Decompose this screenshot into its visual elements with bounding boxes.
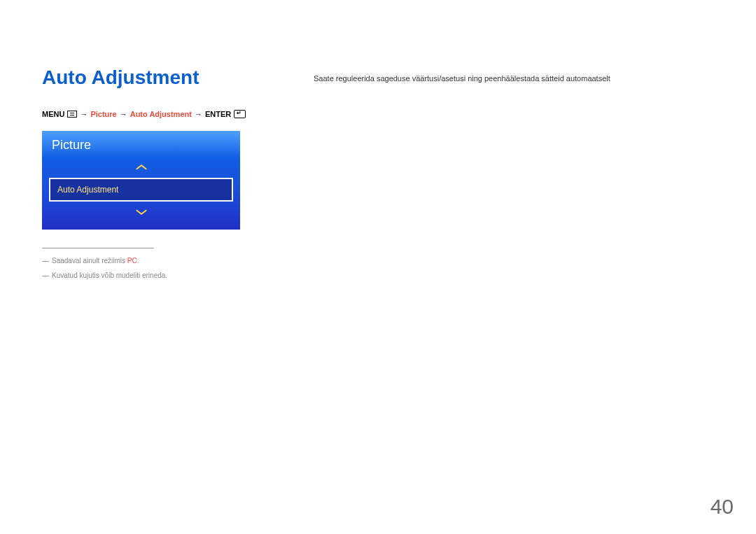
menu-label: MENU [42, 110, 64, 118]
chevron-up-icon [42, 158, 240, 176]
arrow-icon: → [120, 110, 127, 118]
footnote-1: ― Saadaval ainult režiimis PC. [42, 257, 196, 265]
footnote-1-text-prefix: Saadaval ainult režiimis [52, 257, 127, 265]
enter-icon [234, 110, 246, 118]
osd-menu-item-selected: Auto Adjustment [49, 178, 233, 202]
arrow-icon: → [80, 110, 88, 118]
footnote-dash-icon: ― [42, 272, 49, 279]
arrow-icon: → [195, 110, 202, 118]
osd-menu-header: Picture [42, 131, 240, 158]
breadcrumb-picture: Picture [90, 110, 116, 118]
footnote-dash-icon: ― [42, 257, 49, 265]
footnote-separator [42, 248, 154, 248]
menu-path-breadcrumb: MENU → Picture → Auto Adjustment → ENTER [42, 110, 714, 118]
footnote-1-highlight: PC [127, 257, 137, 265]
footnote-2: ― Kuvatud kujutis võib mudeliti erineda. [42, 272, 196, 279]
footnote-2-text: Kuvatud kujutis võib mudeliti erineda. [52, 272, 167, 279]
footnote-1-text-suffix: . [137, 257, 139, 265]
description-text: Saate reguleerida sageduse väärtusi/aset… [314, 73, 714, 84]
menu-icon [67, 111, 77, 118]
breadcrumb-auto-adjustment: Auto Adjustment [130, 110, 192, 118]
footnotes-block: ― Saadaval ainult režiimis PC. ― Kuvatud… [42, 248, 196, 279]
enter-label: ENTER [205, 110, 231, 118]
osd-menu-preview: Picture Auto Adjustment [42, 131, 240, 230]
page-number: 40 [710, 495, 734, 519]
chevron-down-icon [42, 203, 240, 221]
